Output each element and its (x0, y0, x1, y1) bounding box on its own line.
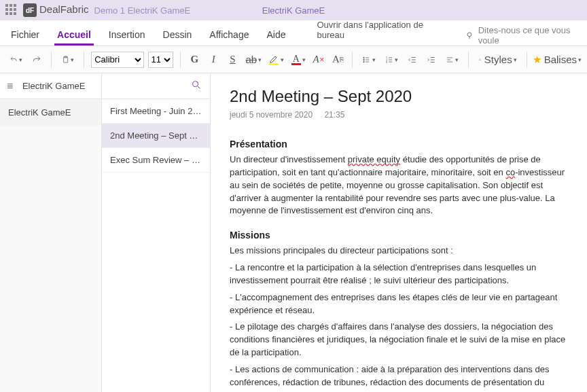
page-item[interactable]: 2nd Meeting – Sept 2020 (102, 124, 210, 148)
align-button[interactable]: ▾ (443, 51, 461, 69)
brand-name: DealFabric (39, 3, 89, 15)
mission-item[interactable]: - Les actions de communication : aide à … (230, 363, 568, 392)
brand: dFDealFabric (23, 3, 89, 17)
bullet-list-button[interactable]: ▾ (359, 51, 378, 69)
menu-aide[interactable]: Aide (264, 25, 288, 46)
align-icon (446, 54, 454, 65)
app-launcher-icon[interactable] (5, 4, 18, 16)
undo-icon (10, 54, 18, 65)
mission-item[interactable]: - La rencontre et la participation à la … (230, 262, 568, 287)
heading-missions[interactable]: Missions (230, 230, 568, 240)
breadcrumb: Demo 1 ElectriK GameE (94, 5, 191, 16)
paragraph-presentation[interactable]: Un directeur d'investissement private eq… (230, 154, 568, 217)
numbered-list-icon: 123 (385, 54, 393, 65)
tell-me-search[interactable]: Dites-nous ce que vous voule (465, 25, 579, 46)
title-bar: dFDealFabric Demo 1 ElectriK GameE Elect… (0, 0, 587, 20)
separator (468, 52, 469, 68)
section-item[interactable]: ElectriK GameE (0, 99, 101, 126)
lightbulb-icon (465, 30, 474, 41)
styles-label: Styles (484, 54, 512, 65)
mission-item[interactable]: - Le pilotage des chargés d'affaires dan… (230, 321, 568, 359)
separator (84, 52, 84, 68)
brand-logo-icon: dF (23, 3, 37, 17)
page-time: 21:35 (324, 110, 344, 120)
italic-button[interactable]: I (206, 51, 221, 69)
page-list-header (102, 73, 210, 99)
svg-text:3: 3 (386, 61, 387, 64)
workspace: ≡ ElectriK GameE ElectriK GameE First Me… (0, 73, 587, 392)
page-column: First Meeting - Juin 2020 2nd Meeting – … (102, 73, 211, 392)
section-column: ≡ ElectriK GameE ElectriK GameE (0, 73, 102, 392)
underline-button[interactable]: S (225, 51, 240, 69)
notebook-header: ≡ ElectriK GameE (0, 73, 101, 99)
font-color-button[interactable]: A▾ (289, 51, 307, 69)
notebook-name[interactable]: ElectriK GameE (13, 81, 94, 91)
menu-accueil[interactable]: Accueil (54, 25, 94, 46)
page-meta: jeudi 5 novembre 2020 21:35 (230, 110, 568, 120)
separator (180, 52, 181, 68)
window-title: ElectriK GameE (262, 5, 325, 16)
tell-me-placeholder: Dites-nous ce que vous voule (478, 25, 579, 46)
highlight-button[interactable]: ▾ (267, 51, 285, 69)
clipboard-icon (61, 54, 69, 65)
heading-presentation[interactable]: Présentation (230, 139, 568, 149)
font-size-select[interactable]: 11 (148, 52, 173, 68)
outdent-icon (408, 54, 417, 65)
bold-button[interactable]: G (187, 51, 202, 69)
indent-icon (427, 54, 436, 65)
menu-bar: Fichier Accueil Insertion Dessin Afficha… (0, 20, 587, 46)
indent-button[interactable] (424, 51, 439, 69)
star-icon: ★ (533, 54, 541, 66)
svg-point-9 (193, 82, 198, 87)
search-icon[interactable] (191, 79, 202, 92)
format-painter-button[interactable]: A⎘ (330, 51, 345, 69)
separator (352, 52, 353, 68)
ribbon: ▾ ▾ Calibri 11 G I S ab▾ ▾ A▾ A✕ A⎘ ▾ 12… (0, 46, 587, 73)
menu-fichier[interactable]: Fichier (8, 25, 42, 46)
styles-button[interactable]: Styles▾ (476, 51, 520, 69)
numbered-list-button[interactable]: 123▾ (383, 51, 401, 69)
page-date: jeudi 5 novembre 2020 (230, 110, 313, 120)
redo-button[interactable] (29, 51, 44, 69)
missions-intro[interactable]: Les missions principales du directeur pa… (230, 245, 568, 257)
separator (527, 52, 527, 68)
outdent-button[interactable] (405, 51, 420, 69)
separator (51, 52, 52, 68)
undo-button[interactable]: ▾ (7, 51, 25, 69)
mission-item[interactable]: - L'accompagnement des entreprises dans … (230, 291, 568, 317)
menu-affichage[interactable]: Affichage (207, 25, 251, 46)
clear-formatting-button[interactable]: A✕ (311, 51, 326, 69)
page-item[interactable]: First Meeting - Juin 2020 (102, 99, 210, 124)
page-item[interactable]: Exec Sum Review – Oct 2020 (102, 148, 210, 173)
nav-toggle-icon[interactable]: ≡ (7, 80, 13, 92)
svg-point-0 (467, 33, 472, 37)
font-name-select[interactable]: Calibri (91, 52, 143, 68)
tags-button[interactable]: ★ Balises▾ (534, 51, 581, 69)
bullet-list-icon (362, 54, 370, 65)
svg-point-5 (363, 61, 365, 63)
styles-icon (478, 54, 482, 65)
tags-label: Balises (544, 54, 577, 65)
page-title[interactable]: 2nd Meeting – Sept 2020 (230, 87, 568, 106)
svg-point-3 (363, 57, 365, 58)
clipboard-button[interactable]: ▾ (58, 51, 77, 69)
menu-dessin[interactable]: Dessin (160, 25, 195, 46)
svg-point-4 (363, 59, 365, 60)
page-content[interactable]: 2nd Meeting – Sept 2020 jeudi 5 novembre… (211, 73, 587, 392)
redo-icon (32, 54, 41, 65)
menu-insertion[interactable]: Insertion (106, 25, 148, 46)
strikethrough-button[interactable]: ab▾ (244, 51, 263, 69)
